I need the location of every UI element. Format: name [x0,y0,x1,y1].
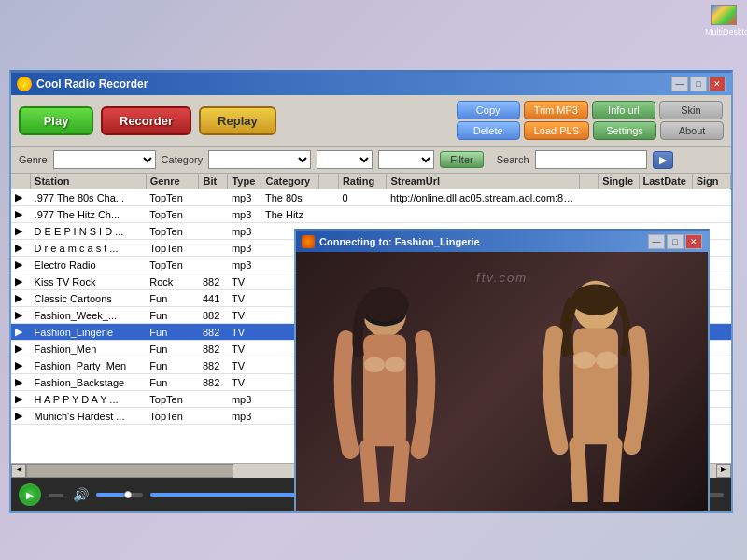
popup-close-button[interactable]: ✕ [685,234,702,249]
search-input[interactable] [535,150,647,169]
volume-icon: 🔊 [73,487,89,502]
col-lastdate: LastDate [639,174,692,189]
trim-mp3-button[interactable]: Trim MP3 [524,101,588,119]
toolbar-right-buttons: Copy Trim MP3 Info url Skin Delete Load … [457,101,724,140]
filter-button[interactable]: Filter [440,151,483,168]
close-button[interactable]: ✕ [709,77,726,91]
table-row[interactable]: ▶.977 The Hitz Ch...TopTenmp3The Hitz [11,206,731,223]
row-station: D E E P I N S I D ... [31,223,147,240]
filter-bar: Genre Category Filter Search ▶ [11,147,731,174]
row-play-arrow: ▶ [11,324,31,341]
minimize-button[interactable]: — [671,77,688,91]
toolbar: Play Recorder Replay Copy Trim MP3 Info … [11,95,731,147]
svg-point-10 [596,351,618,368]
row-bit: 882 [199,341,228,357]
popup-minimize-button[interactable]: — [648,234,665,249]
row-type: TV [228,273,261,290]
genre-select[interactable] [53,150,156,169]
volume-thumb[interactable] [124,491,132,498]
row-station: Classic Cartoons [31,290,147,307]
genre-label: Genre [19,154,48,165]
title-bar-left: ♪ Cool Radio Recorder [17,77,148,91]
row-single [599,206,639,223]
row-play-arrow: ▶ [11,307,31,324]
popup-maximize-button[interactable]: □ [667,234,684,249]
row-station: H A P P Y D A Y ... [31,391,147,408]
row-stream: http://online.dll.ac05.stream.aol.com:80… [387,189,579,206]
row-genre: Fun [146,357,199,374]
scrollbar-thumb[interactable] [26,464,233,478]
row-bit: 882 [199,307,228,324]
col-type: Type [228,174,261,189]
search-go-button[interactable]: ▶ [653,151,673,169]
row-genre: Fun [146,341,199,357]
replay-button[interactable]: Replay [199,106,276,135]
row-type: TV [228,374,261,391]
row-bit [199,240,228,257]
row-station: Fashion_Backstage [31,374,147,391]
play-button[interactable]: Play [19,106,93,135]
settings-button[interactable]: Settings [593,121,656,140]
row-spacer [319,206,339,223]
table-row[interactable]: ▶.977 The 80s Cha...TopTenmp3The 80s0htt… [11,189,731,206]
maximize-button[interactable]: □ [690,77,707,91]
row-type: TV [228,357,261,374]
row-bit [199,391,228,408]
video-watermark: ftv.com [476,271,528,285]
popup-title: Connecting to: Fashion_Lingerie [319,236,480,247]
row-type: TV [228,341,261,357]
category-select[interactable] [208,150,311,169]
scroll-left-button[interactable]: ◀ [11,464,26,478]
row-sign [692,189,730,206]
row-genre: TopTen [146,240,199,257]
row-play-arrow: ▶ [11,257,31,273]
row-play-arrow: ▶ [11,273,31,290]
row-category: The Hitz [261,206,319,223]
popup-video-area: ftv.com [296,252,708,511]
row-play-arrow: ▶ [11,223,31,240]
row-type: mp3 [228,223,261,240]
svg-point-4 [364,357,385,373]
col-sign: Sign [692,174,730,189]
col-single: Single [599,174,639,189]
table-header-row: Station Genre Bit Type Category Rating S… [11,174,731,189]
skin-button[interactable]: Skin [659,101,723,119]
row-stream [387,206,579,223]
row-lastdate [639,189,692,206]
col-rating: Rating [338,174,387,189]
row-type: TV [228,307,261,324]
row-spacer2 [579,189,599,206]
row-play-arrow: ▶ [11,408,31,425]
popup-title-left: Connecting to: Fashion_Lingerie [302,235,480,248]
row-genre: TopTen [146,223,199,240]
record-button[interactable]: Recorder [101,106,191,135]
row-bit [199,257,228,273]
player-play-button[interactable]: ▶ [19,483,41,506]
about-button[interactable]: About [660,121,724,140]
row-type: TV [228,324,261,341]
col-bit: Bit [199,174,228,189]
info-url-button[interactable]: Info url [592,101,655,119]
col-spacer2 [579,174,599,189]
volume-fill [96,493,124,497]
row-bit: 882 [199,357,228,374]
volume-bar[interactable] [96,493,143,497]
row-station: Fashion_Men [31,341,147,357]
row-spacer [319,189,339,206]
delete-button[interactable]: Delete [457,121,520,140]
row-station: .977 The 80s Cha... [31,189,147,206]
extra-select-1[interactable] [317,150,373,169]
row-bit [199,206,228,223]
desktop-icon[interactable]: MultiDesktop [705,5,742,36]
search-label: Search [497,154,529,165]
copy-button[interactable]: Copy [457,101,520,119]
title-controls: — □ ✕ [671,77,726,91]
scroll-right-button[interactable]: ▶ [716,464,731,478]
col-station: Station [31,174,147,189]
col-genre: Genre [146,174,199,189]
row-type: TV [228,290,261,307]
load-pls-button[interactable]: Load PLS [524,121,589,140]
extra-select-2[interactable] [378,150,434,169]
app-icon: ♪ [17,77,32,91]
category-label: Category [162,154,204,165]
